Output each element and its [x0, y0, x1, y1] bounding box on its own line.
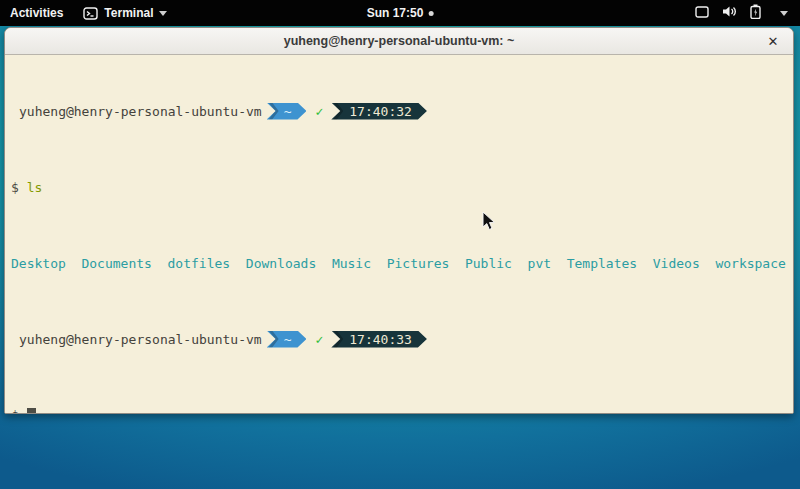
powerline-chevron-icon [333, 103, 343, 120]
time-segment: 17:40:32 [331, 103, 427, 120]
timestamp: 17:40:32 [349, 104, 412, 119]
powerline-chevron-icon [269, 103, 279, 120]
volume-icon [722, 5, 737, 21]
chevron-down-icon [159, 11, 167, 16]
chevron-down-icon [780, 11, 788, 16]
window-titlebar[interactable]: yuheng@henry-personal-ubuntu-vm: ~ ✕ [5, 28, 793, 55]
input-line: $ [11, 407, 791, 414]
status-ok-icon: ✓ [315, 332, 323, 347]
app-menu-label: Terminal [104, 6, 153, 20]
prompt-symbol: $ [11, 408, 19, 415]
clock-button[interactable]: Sun 17:50 [359, 0, 442, 26]
cwd-label: ~ [284, 332, 292, 347]
topbar-left: Activities Terminal [0, 0, 177, 26]
system-status-menu[interactable] [683, 0, 800, 26]
timestamp: 17:40:33 [349, 332, 412, 347]
notification-dot [428, 11, 433, 16]
command-text: ls [27, 180, 43, 195]
app-menu-button[interactable]: Terminal [73, 0, 177, 26]
prompt-line: yuheng@henry-personal-ubuntu-vm ~ ✓ 17:4… [11, 103, 791, 119]
powerline-chevron-icon [333, 331, 343, 348]
time-segment: 17:40:33 [331, 331, 427, 348]
terminal-cursor [27, 408, 36, 414]
ls-output-line: Desktop Documents dotfiles Downloads Mus… [11, 255, 791, 271]
activities-button[interactable]: Activities [0, 0, 73, 26]
top-bar: Activities Terminal Sun 17:50 [0, 0, 800, 26]
status-ok-icon: ✓ [315, 104, 323, 119]
close-icon[interactable]: ✕ [764, 32, 782, 50]
cwd-segment: ~ [267, 331, 307, 348]
battery-charging-icon [750, 4, 761, 22]
clock-label: Sun 17:50 [367, 6, 424, 20]
terminal-window: yuheng@henry-personal-ubuntu-vm: ~ ✕ yuh… [4, 27, 794, 414]
prompt-user-host: yuheng@henry-personal-ubuntu-vm [11, 332, 262, 347]
terminal-content[interactable]: yuheng@henry-personal-ubuntu-vm ~ ✓ 17:4… [5, 55, 793, 414]
cwd-segment: ~ [267, 103, 307, 120]
window-title: yuheng@henry-personal-ubuntu-vm: ~ [284, 34, 515, 48]
command-line: $ ls [11, 179, 791, 195]
powerline-chevron-icon [269, 331, 279, 348]
cwd-label: ~ [284, 104, 292, 119]
terminal-app-icon [83, 7, 98, 20]
display-icon [695, 6, 709, 21]
prompt-symbol: $ [11, 180, 19, 195]
desktop-background: Activities Terminal Sun 17:50 [0, 0, 800, 489]
prompt-line: yuheng@henry-personal-ubuntu-vm ~ ✓ 17:4… [11, 331, 791, 347]
prompt-user-host: yuheng@henry-personal-ubuntu-vm [11, 104, 262, 119]
